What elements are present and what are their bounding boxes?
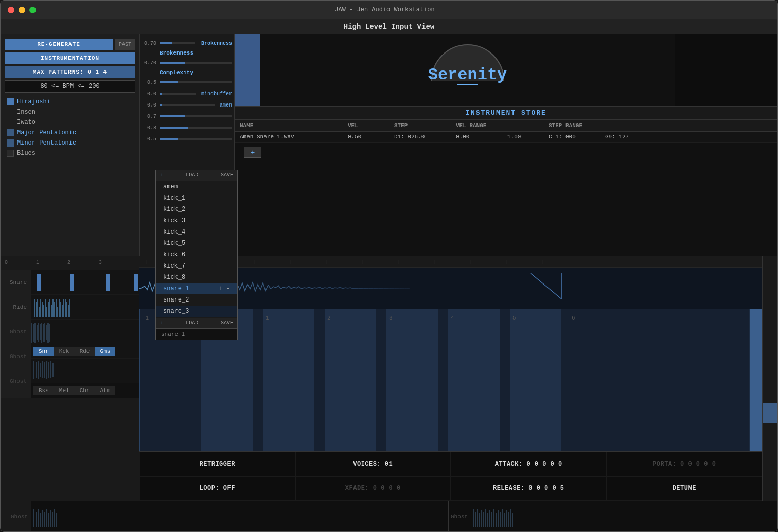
slider-complexity: 0.70 [142,57,232,68]
dropdown-bottom-save[interactable]: SAVE [221,320,233,326]
scale-minor-pentatonic[interactable]: Minor Pentatonic [5,138,135,148]
dropdown-item-kick5[interactable]: kick_5 [156,238,237,249]
add-instrument-row[interactable]: + [235,143,777,162]
max-patterns-button[interactable]: MAX PATTERNS: 0 1 4 [5,66,135,78]
attack-display[interactable]: ATTACK: 0 0 0 0 0 [451,452,607,476]
preset-dropdown[interactable]: + LOAD SAVE amen kick_1 kick_2 kick_3 ki… [155,170,238,340]
instrument-controls: RETRIGGER VOICES: 01 ATTACK: 0 0 0 0 0 P… [139,451,762,501]
track-area: Snare Ride Ghost Ghost Ghost [1,270,139,398]
ghost1-track-row [31,320,139,344]
dropdown-item-snare1[interactable]: snare_1 + - [156,283,237,294]
blue-accent-left [235,34,260,106]
svg-rect-18 [263,309,314,451]
dropdown-item-snare3[interactable]: snare_3 [156,306,237,317]
bottom-ghost-track: Ghost Ghost [1,501,777,531]
slider-amen: 0.0 amen [142,99,232,111]
porta-display[interactable]: PORTA: 0 0 0 0 0 [607,452,763,476]
tab-kck[interactable]: Kck [54,347,75,356]
svg-text:6: 6 [572,315,575,321]
dropdown-controls: + LOAD SAVE [156,170,237,181]
tab-rde[interactable]: Rde [75,347,95,356]
tab-atm[interactable]: Atm [95,386,115,395]
dropdown-load-button[interactable]: LOAD [186,172,198,179]
dropdown-item-kick6[interactable]: kick_6 [156,249,237,260]
bottom-left-panel: 0 1 2 3 Snare Ride Ghost Ghost Ghost [1,256,139,501]
scale-blues[interactable]: Blues [5,149,135,158]
svg-text:2: 2 [327,315,331,321]
detune-button[interactable]: DETUNE [607,476,763,501]
ghost2-track-row [31,359,139,383]
snare-track-row [31,270,139,295]
svg-text:4: 4 [451,315,454,321]
loop-button[interactable]: LOOP: OFF [139,476,295,501]
dropdown-item-kick7[interactable]: kick_7 [156,260,237,272]
scale-major-pentatonic[interactable]: Major Pentatonic [5,128,135,137]
brokenness-label: Brokenness [142,49,232,57]
slider-6: 0.7 [142,111,232,122]
tab-bss[interactable]: Bss [33,386,54,395]
slider-8: 0.5 [142,133,232,145]
retrigger-button[interactable]: RETRIGGER [139,452,295,476]
svg-line-13 [531,273,561,299]
dropdown-bottom-load[interactable]: LOAD [186,320,198,326]
xfade-display[interactable]: XFADE: 0 0 0 0 [295,476,451,501]
svg-text:-1: -1 [142,315,149,321]
bottom-ghost-right: Ghost [448,501,777,531]
track-blocks: Snr Kck Rde Ghs [31,270,139,398]
instrumentation-button[interactable]: INSTRUMENTATION [5,52,135,64]
titlebar: JAW - Jen Audio Workstation [1,1,777,19]
dropdown-bottom-controls: + LOAD SAVE [156,318,237,329]
window-title: JAW - Jen Audio Workstation [0,6,770,13]
tab-ghs[interactable]: Ghs [95,347,115,356]
dark-panel-right [675,34,777,106]
dropdown-item-kick4[interactable]: kick_4 [156,226,237,238]
svg-text:|: | [505,260,507,265]
dropdown-item-kick3[interactable]: kick_3 [156,215,237,226]
dropdown-item-kick8[interactable]: kick_8 [156,272,237,283]
dropdown-item-kick1[interactable]: kick_1 [156,192,237,204]
scale-iwato[interactable]: Iwato [5,118,135,127]
tab-chr[interactable]: Chr [75,386,95,395]
svg-rect-22 [510,309,561,451]
instrument-store: Serenity INSTRUMENT STORE NAME VEL STEP … [235,34,777,256]
dropdown-current: snare_1 [156,329,237,340]
table-row[interactable]: Amen Snare 1.wav 0.50 D1: 026.0 0.00 1.0… [235,132,777,143]
voices-display[interactable]: VOICES: 01 [295,452,451,476]
track-label-ride: Ride [1,295,31,320]
scale-hirajoshi[interactable]: Hirajoshi [5,97,135,107]
dropdown-item-kick2[interactable]: kick_2 [156,204,237,215]
svg-text:5: 5 [512,315,516,321]
store-title: INSTRUMENT STORE [235,107,777,120]
scale-list: Hirajoshi Insen Iwato Major Pentatonic M… [5,97,135,158]
tab-snr[interactable]: Snr [33,347,54,356]
dropdown-save-button[interactable]: SAVE [221,172,233,179]
release-display[interactable]: RELEASE: 0 0 0 0 5 [451,476,607,501]
svg-text:|: | [253,260,255,265]
right-mini-panel [762,256,777,501]
store-header: Serenity [235,34,777,107]
svg-text:1: 1 [266,315,269,321]
slider-mindbuffer: 0.0 mindbuffer [142,88,232,99]
tabs-row-bottom: Bss Mel Chr Atm [31,383,139,398]
add-instrument-button[interactable]: + [244,147,261,158]
regenerate-button[interactable]: RE-GENERATE [5,39,113,50]
svg-text:|: | [433,260,435,265]
scale-bar-hirajoshi [7,98,14,105]
dropdown-bottom-add[interactable]: + [160,320,164,326]
svg-rect-31 [750,309,762,451]
bpm-display: 80 <= BPM <= 200 [5,80,135,93]
tab-mel[interactable]: Mel [54,386,75,395]
past-button[interactable]: PAST [115,39,135,50]
slider-brokenness-label: Brokenness [201,41,232,46]
scale-insen[interactable]: Insen [5,108,135,117]
svg-text:|: | [541,260,543,265]
dropdown-item-amen[interactable]: amen [156,181,237,192]
dropdown-item-snare2[interactable]: snare_2 [156,294,237,306]
svg-text:|: | [145,260,147,265]
complexity-label: Complexity [142,68,232,77]
app-window: JAW - Jen Audio Workstation High Level I… [0,0,778,532]
serenity-label: Serenity [428,65,507,84]
svg-text:|: | [397,260,399,265]
svg-rect-19 [325,309,376,451]
dropdown-add-button[interactable]: + [160,172,164,179]
